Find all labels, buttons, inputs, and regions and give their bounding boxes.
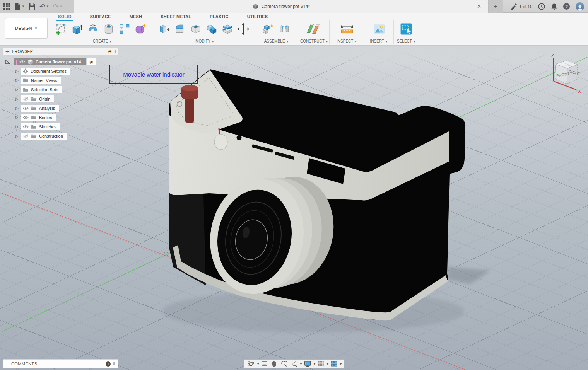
browser-item-sketches[interactable]: Sketches [21, 123, 60, 130]
expand-caret-icon[interactable]: ▷ [15, 114, 21, 121]
comments-grip-handle[interactable]: ‖ [113, 362, 115, 366]
insert-image-button[interactable] [372, 22, 386, 36]
orbit-button[interactable] [246, 360, 256, 368]
tab-solid[interactable]: SOLID [57, 14, 72, 20]
browser-item-document-settings[interactable]: Document Settings [21, 68, 70, 75]
zoom-window-button[interactable] [289, 360, 299, 368]
create-form-button[interactable] [133, 22, 147, 36]
select-group-label[interactable]: SELECT ▼ [397, 39, 415, 44]
select-button[interactable] [399, 22, 413, 36]
eye-icon[interactable] [23, 125, 29, 129]
expand-caret-icon[interactable]: ▷ [15, 123, 21, 130]
grid-settings-button[interactable] [316, 360, 325, 368]
comments-panel[interactable]: COMMENTS + ‖ [3, 359, 118, 368]
create-group-label[interactable]: CREATE ▼ [54, 39, 150, 44]
pattern-button[interactable] [118, 22, 132, 36]
expand-caret-icon[interactable]: ▷ [15, 77, 21, 84]
user-avatar[interactable] [576, 2, 584, 11]
modify-group-label[interactable]: MODIFY ▼ [157, 39, 253, 44]
save-icon[interactable] [29, 3, 36, 10]
browser-item-construction[interactable]: Construction [21, 133, 67, 140]
assemble-group-label[interactable]: ASSEMBLE ▼ [259, 39, 294, 44]
create-sketch-button[interactable] [54, 22, 68, 36]
extrude-button[interactable] [70, 22, 84, 36]
viewport-3d[interactable]: Movable water indicator Z X TOP FRONT RI… [0, 46, 588, 370]
eye-hidden-icon[interactable] [23, 134, 29, 138]
tab-plastic[interactable]: PLASTIC [209, 14, 229, 20]
press-pull-button[interactable] [157, 22, 171, 36]
gear-icon [23, 68, 28, 74]
add-comment-icon[interactable]: + [106, 361, 111, 367]
measure-button[interactable] [338, 22, 356, 36]
redo-icon[interactable]: ↷ ▼ [53, 3, 63, 10]
camera-flower-pot-model[interactable] [169, 69, 465, 320]
zoom-window-caret-icon[interactable]: ▼ [300, 363, 303, 365]
select-group: SELECT ▼ [394, 20, 419, 44]
hole-button[interactable] [102, 22, 116, 36]
inspect-group-label[interactable]: INSPECT ▼ [333, 39, 361, 44]
insert-group-label[interactable]: INSERT ▼ [368, 39, 390, 44]
browser-header[interactable]: ◀◀ BROWSER ⊖ ‖ [3, 48, 118, 55]
browser-item-bodies[interactable]: Bodies [21, 114, 56, 121]
shell-button[interactable] [189, 22, 203, 36]
eye-hidden-icon[interactable] [23, 97, 29, 101]
construct-plane-button[interactable] [305, 22, 322, 36]
activate-component-radio[interactable]: ◉ [87, 58, 96, 65]
close-document-icon[interactable]: ✕ [475, 3, 483, 10]
move-copy-button[interactable] [236, 22, 250, 36]
grid-settings-caret-icon[interactable]: ▼ [326, 363, 329, 365]
collapse-browser-icon[interactable]: ◀◀ [5, 50, 9, 53]
look-at-button[interactable] [260, 360, 269, 368]
view-cube[interactable]: Z X TOP FRONT RIGHT [542, 53, 586, 95]
new-document-tab-button[interactable]: + [488, 0, 503, 13]
new-component-button[interactable] [262, 22, 275, 36]
expand-caret-icon[interactable]: ▷ [15, 68, 21, 75]
workspace-selector[interactable]: DESIGN ▼ [5, 18, 48, 39]
eye-icon[interactable] [23, 116, 29, 119]
redo-caret-icon[interactable]: ▼ [60, 5, 63, 8]
joint-button[interactable] [277, 22, 291, 36]
document-tab[interactable]: Camera flower pot v14* ✕ [74, 0, 488, 13]
water-indicator-annotation[interactable]: Movable water indicator [109, 65, 198, 84]
expand-caret-icon[interactable]: ▷ [15, 95, 21, 102]
display-settings-button[interactable] [303, 360, 313, 368]
display-settings-caret-icon[interactable]: ▼ [313, 363, 316, 365]
version-indicator[interactable]: 1 of 10 [511, 3, 532, 10]
browser-grip-handle[interactable]: ‖ [114, 49, 116, 54]
orbit-caret-icon[interactable]: ▼ [257, 363, 260, 365]
file-menu-icon[interactable]: ▼ [14, 3, 25, 10]
combine-button[interactable] [205, 22, 219, 36]
browser-item-analysis[interactable]: Analysis [21, 105, 59, 112]
component-color-bar [16, 60, 17, 65]
browser-item-origin[interactable]: Origin [21, 95, 54, 102]
job-status-clock-icon[interactable] [538, 3, 545, 10]
split-body-button[interactable] [220, 22, 234, 36]
construct-group-label[interactable]: CONSTRUCT ▼ [300, 39, 326, 44]
undo-icon[interactable]: ↶ ▼ [39, 3, 49, 10]
app-grid-menu-icon[interactable] [3, 3, 10, 10]
undo-caret-icon[interactable]: ▼ [46, 5, 49, 8]
browser-minimize-icon[interactable]: ⊖ [108, 49, 112, 53]
revolve-button[interactable] [86, 22, 100, 36]
tab-utilities[interactable]: UTILITIES [246, 14, 269, 20]
file-menu-caret-icon[interactable]: ▼ [22, 5, 25, 8]
zoom-button[interactable] [279, 360, 289, 368]
expand-caret-icon[interactable]: ▷ [15, 86, 21, 93]
viewports-button[interactable] [329, 360, 338, 368]
eye-icon[interactable] [23, 106, 29, 110]
notifications-bell-icon[interactable] [551, 3, 557, 10]
fillet-button[interactable] [173, 22, 187, 36]
expand-caret-icon[interactable]: ▷ [15, 105, 21, 112]
pan-button[interactable] [270, 360, 279, 368]
browser-item-selection-sets[interactable]: Selection Sets [21, 86, 62, 93]
eye-icon[interactable] [19, 60, 25, 64]
help-icon[interactable]: ? [563, 3, 570, 10]
tab-mesh[interactable]: MESH [129, 14, 143, 20]
tab-sheet-metal[interactable]: SHEET METAL [160, 14, 192, 20]
expand-caret-icon[interactable]: ▷ [15, 133, 21, 140]
browser-item-root[interactable]: Camera flower pot v14 [14, 58, 86, 65]
component-marker-icon[interactable] [5, 59, 11, 65]
tab-surface[interactable]: SURFACE [89, 14, 112, 20]
browser-item-named-views[interactable]: Named Views [21, 77, 61, 84]
viewports-caret-icon[interactable]: ▼ [339, 363, 342, 365]
